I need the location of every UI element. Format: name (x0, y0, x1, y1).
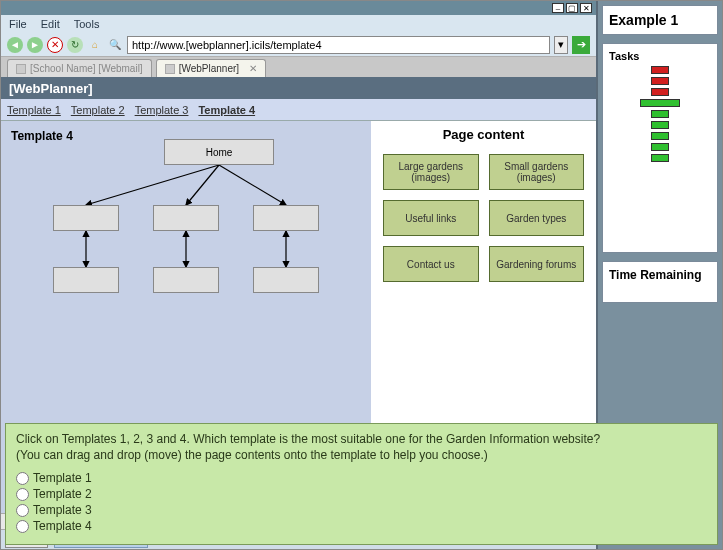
tasks-label: Tasks (609, 50, 711, 62)
svg-line-2 (219, 165, 286, 205)
tree-node-home[interactable]: Home (164, 139, 274, 165)
maximize-button[interactable]: ▢ (566, 3, 578, 13)
tab-inactive[interactable]: [School Name] [Webmail] (7, 59, 152, 77)
forward-icon[interactable]: ► (27, 37, 43, 53)
home-icon[interactable]: ⌂ (87, 37, 103, 53)
tree-node[interactable] (153, 205, 219, 231)
task-progress-bar (651, 66, 669, 74)
reload-icon[interactable]: ↻ (67, 37, 83, 53)
back-icon[interactable]: ◄ (7, 37, 23, 53)
question-line-2: (You can drag and drop (move) the page c… (16, 448, 707, 464)
task-progress-bar (651, 88, 669, 96)
question-panel: Click on Templates 1, 2, 3 and 4. Which … (5, 423, 718, 545)
tree-node[interactable] (53, 205, 119, 231)
task-progress-bar (651, 110, 669, 118)
task-progress-bar (651, 154, 669, 162)
option-template-4[interactable]: Template 4 (16, 519, 707, 533)
tasks-panel: Tasks (602, 43, 718, 253)
menu-edit[interactable]: Edit (41, 18, 60, 30)
menu-file[interactable]: File (9, 18, 27, 30)
window-titlebar: – ▢ ✕ (1, 1, 596, 15)
tab-active[interactable]: [WebPlanner]✕ (156, 59, 266, 77)
task-progress-bar (651, 143, 669, 151)
dropdown-icon[interactable]: ▾ (554, 36, 568, 54)
minimize-button[interactable]: – (552, 3, 564, 13)
content-item-gardening-forums[interactable]: Gardening forums (489, 246, 585, 282)
template-nav: Template 1 Template 2 Template 3 Templat… (1, 99, 596, 121)
nav-template-3[interactable]: Template 3 (135, 104, 189, 116)
tab-close-icon[interactable]: ✕ (249, 63, 257, 74)
option-template-1[interactable]: Template 1 (16, 471, 707, 485)
stop-icon[interactable]: ✕ (47, 37, 63, 53)
nav-template-1[interactable]: Template 1 (7, 104, 61, 116)
task-progress-bar (651, 77, 669, 85)
task-progress-bar (651, 132, 669, 140)
address-bar[interactable] (127, 36, 550, 54)
menubar: File Edit Tools (1, 15, 596, 33)
option-template-2[interactable]: Template 2 (16, 487, 707, 501)
tree-node[interactable] (153, 267, 219, 293)
go-button[interactable]: ➔ (572, 36, 590, 54)
tree-node[interactable] (253, 267, 319, 293)
content-item-large-gardens[interactable]: Large gardens (images) (383, 154, 479, 190)
content-item-useful-links[interactable]: Useful links (383, 200, 479, 236)
task-progress-bar (640, 99, 680, 107)
example-title: Example 1 (602, 5, 718, 35)
page-title: [WebPlanner] (1, 77, 596, 99)
question-line-1: Click on Templates 1, 2, 3 and 4. Which … (16, 432, 707, 448)
tabbar: [School Name] [Webmail] [WebPlanner]✕ (1, 57, 596, 77)
svg-line-0 (86, 165, 219, 205)
content-title: Page content (377, 127, 590, 142)
close-button[interactable]: ✕ (580, 3, 592, 13)
svg-line-1 (186, 165, 219, 205)
tree-node[interactable] (53, 267, 119, 293)
content-item-contact-us[interactable]: Contact us (383, 246, 479, 282)
nav-template-2[interactable]: Template 2 (71, 104, 125, 116)
menu-tools[interactable]: Tools (74, 18, 100, 30)
tree-node[interactable] (253, 205, 319, 231)
content-item-garden-types[interactable]: Garden types (489, 200, 585, 236)
task-progress-bar (651, 121, 669, 129)
content-item-small-gardens[interactable]: Small gardens (images) (489, 154, 585, 190)
time-remaining-panel: Time Remaining (602, 261, 718, 303)
option-template-3[interactable]: Template 3 (16, 503, 707, 517)
nav-template-4[interactable]: Template 4 (198, 104, 255, 116)
search-icon[interactable]: 🔍 (107, 37, 123, 53)
toolbar: ◄ ► ✕ ↻ ⌂ 🔍 ▾ ➔ (1, 33, 596, 57)
